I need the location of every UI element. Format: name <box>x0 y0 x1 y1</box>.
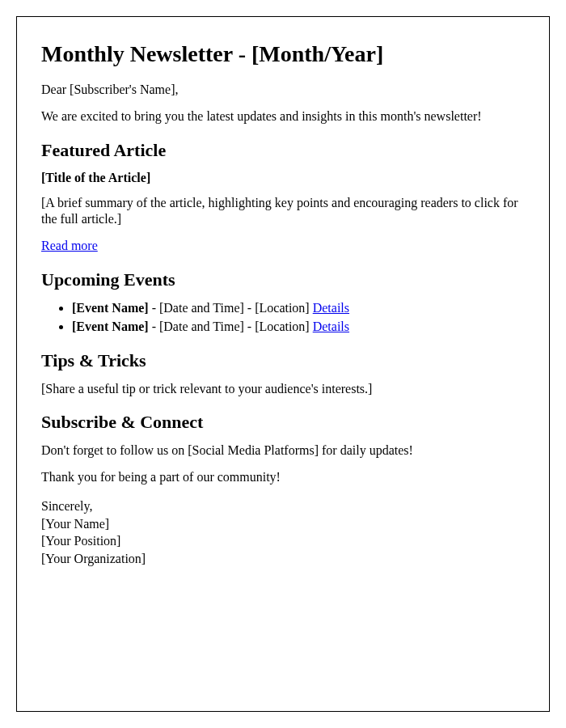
intro-paragraph: We are excited to bring you the latest u… <box>41 108 525 125</box>
tips-body: [Share a useful tip or trick relevant to… <box>41 381 525 398</box>
signoff-name: [Your Name] <box>41 515 525 533</box>
read-more-link[interactable]: Read more <box>41 239 98 252</box>
event-name: [Event Name] <box>72 320 149 333</box>
event-item: [Event Name] - [Date and Time] - [Locati… <box>72 300 525 317</box>
event-separator: - <box>244 301 255 315</box>
subscribe-body: Don't forget to follow us on [Social Med… <box>41 442 525 459</box>
event-datetime: [Date and Time] <box>159 320 244 333</box>
event-item: [Event Name] - [Date and Time] - [Locati… <box>72 319 525 336</box>
featured-article-title: [Title of the Article] <box>41 171 525 185</box>
event-location: [Location] <box>255 301 310 315</box>
event-details-link[interactable]: Details <box>313 301 349 315</box>
signoff-closing: Sincerely, <box>41 497 525 515</box>
subscribe-heading: Subscribe & Connect <box>41 412 525 433</box>
signoff-position: [Your Position] <box>41 532 525 550</box>
greeting-line: Dear [Subscriber's Name], <box>41 82 525 99</box>
signoff-organization: [Your Organization] <box>41 550 525 568</box>
event-separator: - <box>149 320 159 333</box>
tips-heading: Tips & Tricks <box>41 350 525 371</box>
read-more-wrapper: Read more <box>41 238 525 255</box>
signoff-block: Sincerely, [Your Name] [Your Position] [… <box>41 497 525 567</box>
newsletter-page: Monthly Newsletter - [Month/Year] Dear [… <box>16 16 550 712</box>
event-datetime: [Date and Time] <box>159 301 244 315</box>
upcoming-events-heading: Upcoming Events <box>41 269 525 290</box>
featured-article-heading: Featured Article <box>41 140 525 161</box>
featured-article-summary: [A brief summary of the article, highlig… <box>41 195 525 229</box>
event-location: [Location] <box>255 320 310 333</box>
event-separator: - <box>244 320 255 333</box>
thanks-line: Thank you for being a part of our commun… <box>41 469 525 486</box>
event-separator: - <box>149 301 159 315</box>
events-list: [Event Name] - [Date and Time] - [Locati… <box>41 300 525 336</box>
page-title: Monthly Newsletter - [Month/Year] <box>41 41 525 67</box>
event-details-link[interactable]: Details <box>313 320 349 333</box>
event-name: [Event Name] <box>72 301 149 315</box>
